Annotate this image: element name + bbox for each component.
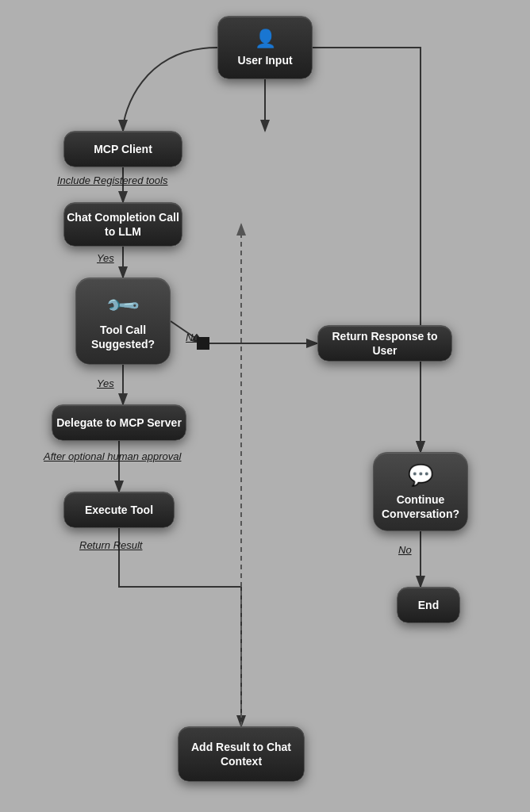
delegate-node: Delegate to MCP Server [52,404,186,441]
add-result-label: Add Result to Chat Context [179,740,304,768]
delegate-label: Delegate to MCP Server [56,416,182,430]
user-input-node: 👤 User Input [217,16,313,79]
tool-call-node: 🔧 Tool Call Suggested? [75,278,171,365]
end-label: End [418,598,439,612]
yes-label-2: Yes [97,377,114,389]
flowchart-diagram: 👤 User Input MCP Client Include Register… [0,0,530,812]
yes-label-1: Yes [97,252,114,264]
return-response-node: Return Response to User [317,325,452,362]
add-result-node: Add Result to Chat Context [178,726,305,782]
return-response-label: Return Response to User [318,329,451,358]
chat-icon: 💬 [408,462,433,489]
chat-completion-node: Chat Completion Call to LLM [63,202,182,247]
user-icon: 👤 [255,28,276,51]
user-input-label: User Input [237,53,292,67]
end-node: End [397,587,460,623]
include-registered-label: Include Registered tools [57,174,167,186]
tool-call-label: Tool Call Suggested? [76,323,170,351]
execute-node: Execute Tool [63,492,175,528]
continue-conversation-node: 💬 Continue Conversation? [373,452,468,531]
mcp-client-node: MCP Client [63,131,182,167]
return-result-label: Return Result [79,539,142,551]
wrench-icon: 🔧 [103,285,143,325]
execute-label: Execute Tool [85,503,153,517]
continue-label: Continue Conversation? [374,492,467,521]
after-optional-label: After optional human approval [44,450,181,462]
chat-completion-label: Chat Completion Call to LLM [64,210,182,239]
mcp-client-label: MCP Client [94,142,152,156]
no-label-2: No [398,544,412,556]
junction-block [197,337,209,350]
